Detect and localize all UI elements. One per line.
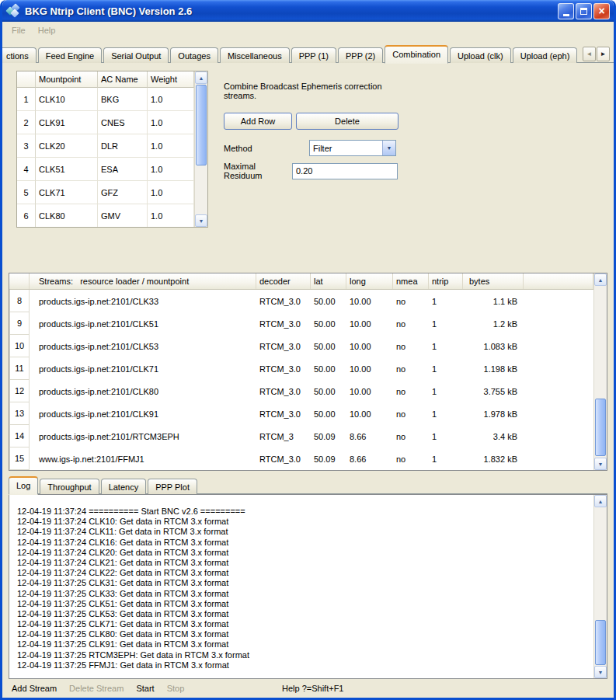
tab-upload-clk[interactable]: Upload (clk) bbox=[450, 47, 511, 63]
tab-miscellaneous[interactable]: Miscellaneous bbox=[220, 47, 290, 63]
tab-serial-output[interactable]: Serial Output bbox=[103, 47, 169, 63]
streams-table: Streams: resource loader / mountpointdec… bbox=[9, 273, 607, 471]
start-button[interactable]: Start bbox=[136, 684, 154, 693]
scroll-down-button[interactable]: ▼ bbox=[594, 666, 607, 678]
scroll-thumb[interactable] bbox=[595, 620, 606, 665]
scroll-thumb[interactable] bbox=[595, 399, 606, 456]
table-cell: 1.0 bbox=[148, 181, 194, 204]
tab-outages[interactable]: Outages bbox=[170, 47, 218, 63]
tab-latency[interactable]: Latency bbox=[101, 479, 147, 494]
scroll-up-button[interactable]: ▲ bbox=[195, 71, 207, 84]
combination-table-header: MountpointAC NameWeight bbox=[17, 71, 194, 88]
table-cell: ESA bbox=[98, 158, 148, 181]
table-cell: 1.083 kB bbox=[463, 335, 524, 357]
combination-table: MountpointAC NameWeight 1CLK10BKG1.02CLK… bbox=[16, 71, 208, 228]
stream-row[interactable]: 11products.igs-ip.net:2101/CLK71RTCM_3.0… bbox=[9, 357, 593, 380]
add-row-button[interactable]: Add Row bbox=[224, 113, 292, 130]
table-cell: 1 bbox=[429, 402, 463, 425]
streams-scrollbar[interactable]: ▲ ▼ bbox=[593, 273, 607, 470]
tab-scroll-right-button[interactable]: ► bbox=[597, 47, 610, 61]
combo-dropdown-button[interactable]: ▼ bbox=[382, 141, 395, 155]
row-number-cell: 6 bbox=[17, 204, 36, 227]
tab-ppp-plot[interactable]: PPP Plot bbox=[148, 479, 197, 494]
table-cell: DLR bbox=[98, 134, 148, 158]
table-cell: RTCM_3.0 bbox=[256, 402, 311, 425]
stream-row[interactable]: 14products.igs-ip.net:2101/RTCM3EPHRTCM_… bbox=[9, 425, 593, 448]
tab-log[interactable]: Log bbox=[9, 476, 38, 495]
tab-ppp-1[interactable]: PPP (1) bbox=[291, 47, 336, 63]
column-header-filler bbox=[524, 273, 593, 289]
combination-row[interactable]: 1CLK10BKG1.0 bbox=[17, 88, 194, 111]
tab-combination[interactable]: Combination bbox=[385, 45, 448, 64]
combination-row[interactable]: 4CLK51ESA1.0 bbox=[17, 158, 194, 181]
method-select[interactable]: Filter ▼ bbox=[309, 140, 396, 156]
stream-row[interactable]: 8products.igs-ip.net:2101/CLK33RTCM_3.05… bbox=[9, 290, 593, 312]
tab-ppp-2[interactable]: PPP (2) bbox=[338, 47, 383, 63]
corner-header-cell bbox=[9, 273, 30, 289]
combination-row[interactable]: 3CLK20DLR1.0 bbox=[17, 134, 194, 158]
table-cell: products.igs-ip.net:2101/CLK71 bbox=[30, 357, 256, 380]
menu-help[interactable]: Help bbox=[32, 24, 62, 37]
scroll-up-button[interactable]: ▲ bbox=[594, 273, 607, 286]
stream-row[interactable]: 15www.igs-ip.net:2101/FFMJ1RTCM_3.050.09… bbox=[9, 448, 593, 470]
tab-scroll-left-button[interactable]: ◄ bbox=[583, 47, 596, 61]
scroll-thumb[interactable] bbox=[196, 85, 207, 165]
combination-row[interactable]: 2CLK91CNES1.0 bbox=[17, 111, 194, 134]
tab-ctions[interactable]: ctions bbox=[2, 47, 37, 63]
table-cell: products.igs-ip.net:2101/CLK33 bbox=[30, 290, 256, 312]
table-cell: 8.66 bbox=[346, 425, 393, 448]
tab-throughput[interactable]: Throughput bbox=[40, 479, 99, 494]
scroll-down-button[interactable]: ▼ bbox=[195, 214, 207, 227]
close-button[interactable]: × bbox=[593, 3, 610, 19]
table-cell: 10.00 bbox=[346, 357, 393, 380]
column-header-bytes: bytes bbox=[463, 273, 524, 289]
minimize-button[interactable] bbox=[558, 3, 574, 19]
column-header-nmea: nmea bbox=[393, 273, 429, 289]
table-cell: 3.4 kB bbox=[463, 425, 524, 448]
table-cell: 1.0 bbox=[148, 88, 194, 111]
scroll-track[interactable] bbox=[195, 84, 207, 214]
column-header-ntrip: ntrip bbox=[429, 273, 463, 289]
stream-row[interactable]: 9products.igs-ip.net:2101/CLK51RTCM_3.05… bbox=[9, 312, 593, 335]
combination-table-body: 1CLK10BKG1.02CLK91CNES1.03CLK20DLR1.04CL… bbox=[17, 88, 194, 227]
log-line: 12-04-19 11:37:25 CLK80: Get data in RTC… bbox=[17, 629, 590, 639]
combination-row[interactable]: 6CLK80GMV1.0 bbox=[17, 204, 194, 227]
maximal-residuum-row: Maximal Residuum bbox=[224, 162, 404, 180]
combination-scrollbar[interactable]: ▲ ▼ bbox=[194, 71, 207, 227]
log-scrollbar[interactable]: ▲ ▼ bbox=[593, 495, 607, 678]
table-cell: 1 bbox=[429, 448, 463, 470]
tab-upload-eph[interactable]: Upload (eph) bbox=[513, 47, 578, 63]
combination-controls: Combine Broadcast Ephemeris correction s… bbox=[224, 71, 404, 270]
table-cell: CLK10 bbox=[36, 88, 98, 111]
scroll-track[interactable] bbox=[594, 286, 607, 458]
scroll-track[interactable] bbox=[594, 507, 607, 666]
stream-row[interactable]: 12products.igs-ip.net:2101/CLK80RTCM_3.0… bbox=[9, 380, 593, 402]
scroll-down-button[interactable]: ▼ bbox=[594, 458, 607, 470]
menu-file[interactable]: File bbox=[5, 24, 32, 37]
maximal-residuum-label: Maximal Residuum bbox=[224, 162, 292, 180]
stream-row[interactable]: 10products.igs-ip.net:2101/CLK53RTCM_3.0… bbox=[9, 335, 593, 357]
method-label: Method bbox=[224, 144, 309, 153]
stream-row[interactable]: 13products.igs-ip.net:2101/CLK91RTCM_3.0… bbox=[9, 402, 593, 425]
tab-scrollers: ◄ ► bbox=[582, 47, 610, 61]
table-cell: 1 bbox=[429, 357, 463, 380]
table-cell: 10.00 bbox=[346, 335, 393, 357]
tab-feed-engine[interactable]: Feed Engine bbox=[38, 47, 102, 63]
table-cell: 1.0 bbox=[148, 158, 194, 181]
arrow-up-icon: ▲ bbox=[199, 75, 204, 81]
table-cell: 10.00 bbox=[346, 380, 393, 402]
maximal-residuum-input[interactable] bbox=[292, 163, 398, 179]
table-cell: RTCM_3 bbox=[256, 425, 311, 448]
combination-row[interactable]: 5CLK71GFZ1.0 bbox=[17, 181, 194, 204]
maximize-button[interactable] bbox=[576, 3, 592, 19]
add-stream-button[interactable]: Add Stream bbox=[12, 684, 57, 693]
table-cell: 1 bbox=[429, 335, 463, 357]
streams-table-header: Streams: resource loader / mountpointdec… bbox=[9, 273, 593, 290]
row-number-cell: 9 bbox=[9, 312, 30, 335]
streams-grid: Streams: resource loader / mountpointdec… bbox=[9, 273, 593, 470]
table-cell: GMV bbox=[98, 204, 148, 227]
delete-button[interactable]: Delete bbox=[296, 113, 398, 130]
scroll-up-button[interactable]: ▲ bbox=[594, 495, 607, 507]
log-line: 12-04-19 11:37:24 CLK20: Get data in RTC… bbox=[17, 548, 590, 558]
log-line: 12-04-19 11:37:24 CLK21: Get data in RTC… bbox=[17, 558, 590, 568]
